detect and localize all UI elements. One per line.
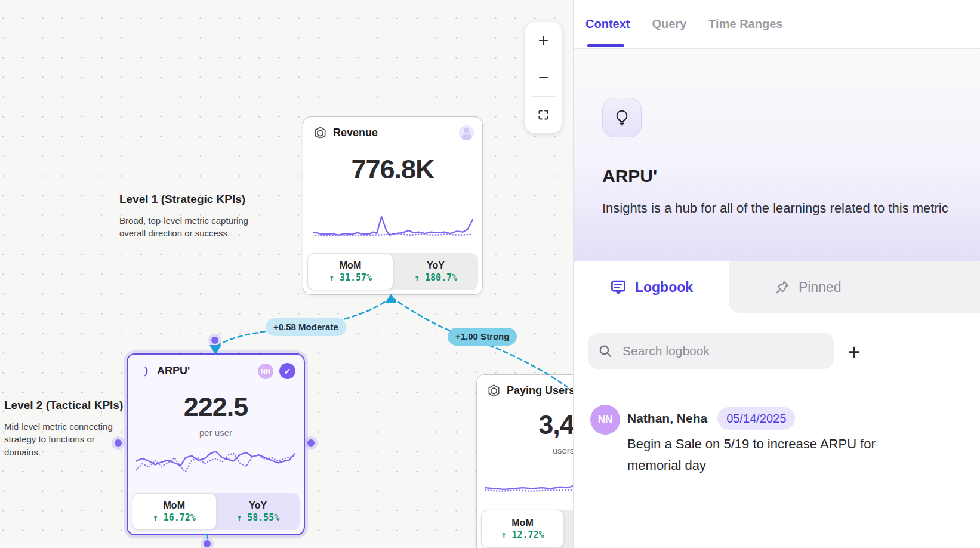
logbook-comment-icon <box>609 278 627 296</box>
mom-value: ↑ 31.57% <box>329 272 372 283</box>
edge-arrowhead-into-revenue <box>385 294 397 303</box>
mom-toggle[interactable]: MoM ↑ 12.72% <box>481 510 564 548</box>
entry-header: Nathan, Neha 05/14/2025 <box>627 407 795 430</box>
edge-arrowhead-into-arpu <box>209 345 221 355</box>
collaborator-badge: NN <box>258 364 273 379</box>
subtab-pinned[interactable]: Pinned <box>729 261 980 313</box>
logbook-pinned-tab-bar: Logbook Pinned <box>574 261 980 313</box>
verified-icon: ✓ <box>279 363 295 379</box>
entry-date-badge[interactable]: 05/14/2025 <box>717 407 795 430</box>
correlation-label-strong: +1.00 Strong <box>448 328 517 346</box>
metric-card-revenue[interactable]: Revenue 776.8K MoM ↑ 31.57% YoY ↑ 180.7% <box>303 116 483 295</box>
yoy-toggle[interactable]: YoY ↑ 180.7% <box>393 253 478 290</box>
connector-handle-bottom[interactable] <box>204 540 211 547</box>
active-tab-underline <box>587 44 624 47</box>
mom-label: MoM <box>164 500 185 511</box>
owner-avatar-icon <box>459 125 474 140</box>
pushpin-icon <box>774 279 791 295</box>
level-1-annotation: Level 1 (Strategic KPIs) Broad, top-leve… <box>119 193 269 240</box>
yoy-value: ↑ 180.7% <box>414 272 457 283</box>
add-log-entry-button[interactable]: + <box>841 339 867 365</box>
mom-label: MoM <box>340 260 361 271</box>
hexagon-metric-icon <box>313 125 328 140</box>
metric-unit: per user <box>128 427 304 438</box>
zoom-in-button[interactable]: + <box>525 22 562 59</box>
yoy-toggle[interactable]: YoY ↑ 58.55% <box>217 493 300 530</box>
metric-value: 776.8K <box>303 154 482 185</box>
hexagon-metric-icon <box>486 383 501 398</box>
connector-handle-right[interactable] <box>307 439 315 447</box>
metric-card-arpu[interactable]: ARPU' NN ✓ 222.5 per user MoM ↑ 16.72% Y… <box>127 353 305 535</box>
panel-metric-description: Insights is a hub for all of the learnin… <box>602 198 954 218</box>
tab-context[interactable]: Context <box>585 17 630 31</box>
level-1-title: Level 1 (Strategic KPIs) <box>119 193 269 206</box>
sparkline-chart <box>136 445 295 480</box>
subtab-logbook-label: Logbook <box>635 279 693 295</box>
level-2-description: Mid-level metric connecting strategy to … <box>4 420 132 458</box>
yoy-value: ↑ 58.55% <box>236 512 279 523</box>
lightbulb-icon <box>612 108 631 127</box>
correlation-label-moderate: +0.58 Moderate <box>266 318 346 336</box>
context-side-panel: Context Query Time Ranges ARPU' Insights… <box>573 0 980 548</box>
metric-insights-header: ARPU' Insights is a hub for all of the l… <box>574 49 980 261</box>
insights-button[interactable] <box>602 98 642 137</box>
level-1-description: Broad, top-level metric capturing overal… <box>119 214 269 240</box>
card-title: Paying Users' <box>507 384 577 397</box>
yoy-label: YoY <box>427 260 445 271</box>
subtab-pinned-label: Pinned <box>799 279 842 295</box>
mom-toggle[interactable]: MoM ↑ 31.57% <box>307 253 393 290</box>
entry-text: Begin a Sale on 5/19 to increase ARPU fo… <box>627 433 908 476</box>
card-title: Revenue <box>333 127 378 139</box>
subtab-logbook[interactable]: Logbook <box>574 261 729 313</box>
panel-tab-bar: Context Query Time Ranges <box>585 0 782 48</box>
yoy-label: YoY <box>249 500 267 511</box>
tab-time-ranges[interactable]: Time Ranges <box>708 17 782 31</box>
entry-author-avatar: NN <box>590 405 620 435</box>
mom-value: ↑ 16.72% <box>153 512 196 523</box>
panel-metric-title: ARPU' <box>602 166 657 186</box>
zoom-out-button[interactable]: − <box>525 59 562 96</box>
logbook-search-bar <box>588 333 834 369</box>
tab-query[interactable]: Query <box>652 17 686 31</box>
search-input[interactable] <box>621 343 824 359</box>
fit-view-button[interactable] <box>525 97 562 133</box>
level-2-title: Level 2 (Tactical KPIs) <box>4 399 132 412</box>
connector-handle-top[interactable] <box>211 337 218 344</box>
fullscreen-icon <box>537 109 550 121</box>
mom-label: MoM <box>511 518 533 528</box>
metric-tree-app: Level 1 (Strategic KPIs) Broad, top-leve… <box>0 0 980 548</box>
card-title: ARPU' <box>157 365 190 377</box>
connector-handle-left[interactable] <box>115 439 122 447</box>
crescent-moon-icon <box>137 364 152 378</box>
metric-value: 222.5 <box>128 392 304 423</box>
entry-author-name: Nathan, Neha <box>627 411 707 426</box>
mom-toggle[interactable]: MoM ↑ 16.72% <box>132 493 217 530</box>
mom-value: ↑ 12.72% <box>501 529 544 540</box>
search-icon <box>597 343 613 359</box>
sparkline-chart <box>313 210 473 241</box>
level-2-annotation: Level 2 (Tactical KPIs) Mid-level metric… <box>4 399 132 458</box>
canvas-zoom-toolbar: + − <box>525 22 562 133</box>
